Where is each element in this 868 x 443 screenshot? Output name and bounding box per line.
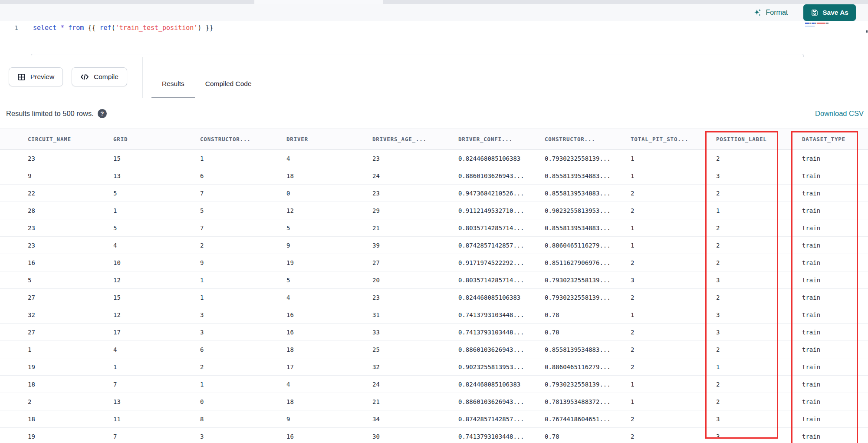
sql-editor[interactable]: 1 select * from {{ ref('train_test_posit…: [0, 21, 868, 57]
table-cell: 6: [200, 172, 286, 179]
table-cell: 1: [200, 155, 286, 162]
sparkles-icon: [753, 8, 762, 17]
table-cell: 0.7930232558139...: [545, 381, 631, 388]
download-csv-link[interactable]: Download CSV: [815, 109, 864, 118]
editor-scroll-ruler[interactable]: [866, 21, 866, 50]
column-header-3: DRIVER: [286, 136, 372, 142]
table-cell: 1: [631, 311, 716, 318]
editor-minimap: [805, 23, 831, 30]
table-cell: 0: [286, 190, 372, 197]
table-cell: 12: [113, 311, 200, 318]
table-cell: 19: [28, 433, 113, 440]
table-cell: 0.7813953488372...: [545, 398, 631, 405]
table-cell: 1: [200, 294, 286, 301]
table-cell: 23: [28, 155, 113, 162]
table-cell: 33: [372, 329, 458, 336]
table-cell: 0.78: [545, 329, 631, 336]
table-cell: 5: [113, 190, 200, 197]
table-cell: 2: [631, 294, 716, 301]
table-cell: 31: [372, 311, 458, 318]
table-cell: 3: [200, 433, 286, 440]
table-cell: 13: [113, 398, 200, 405]
table-cell: 23: [28, 225, 113, 231]
table-cell: 4: [113, 346, 200, 353]
table-cell: 3: [200, 329, 286, 336]
table-cell: 1: [113, 364, 200, 370]
table-icon: [17, 73, 26, 81]
table-cell: 16: [286, 433, 372, 440]
table-cell: 1: [113, 207, 200, 214]
format-label: Format: [766, 9, 788, 17]
format-button[interactable]: Format: [753, 8, 788, 17]
code-token-plain: {{: [88, 24, 99, 32]
table-cell: 23: [372, 294, 458, 301]
column-header-6: CONSTRUCTOR...: [545, 136, 631, 142]
table-cell: 0.8558139534883...: [545, 225, 631, 231]
table-cell: 5: [286, 225, 372, 231]
preview-button[interactable]: Preview: [9, 67, 63, 86]
compile-button[interactable]: Compile: [72, 67, 127, 86]
table-cell: 0.8742857142857...: [458, 242, 545, 249]
compile-label: Compile: [94, 73, 118, 81]
table-cell: 1: [631, 398, 716, 405]
table-cell: 18: [286, 172, 372, 179]
table-cell: 0.824468085106383: [458, 381, 545, 388]
table-cell: 27: [28, 329, 113, 336]
table-cell: 0.824468085106383: [458, 155, 545, 162]
table-cell: 0.8035714285714...: [458, 277, 545, 284]
code-token-keyword: select: [33, 24, 60, 32]
table-cell: 7: [113, 433, 200, 440]
table-cell: 32: [372, 364, 458, 370]
table-cell: 39: [372, 242, 458, 249]
table-cell: 0.9023255813953...: [458, 364, 545, 370]
table-cell: 9: [286, 242, 372, 249]
active-browser-tab[interactable]: [254, 0, 383, 4]
results-limit-text: Results limited to 500 rows.: [6, 109, 94, 118]
table-cell: 0.7930232558139...: [545, 155, 631, 162]
table-cell: 0.7930232558139...: [545, 294, 631, 301]
column-header-4: DRIVERS_AGE_...: [372, 136, 458, 142]
tab-compiled-code-label: Compiled Code: [205, 80, 252, 88]
table-cell: 5: [113, 225, 200, 231]
column-header-5: DRIVER_CONFI...: [458, 136, 545, 142]
table-cell: 5: [286, 277, 372, 284]
column-header-7: TOTAL_PIT_STO...: [631, 136, 716, 142]
table-cell: 9: [28, 172, 113, 179]
table-cell: 29: [372, 207, 458, 214]
table-cell: 19: [286, 259, 372, 266]
table-cell: 3: [631, 277, 716, 284]
results-info-bar: Results limited to 500 rows. ? Download …: [0, 99, 868, 129]
table-cell: 15: [113, 294, 200, 301]
code-token-string: 'train_test_position': [115, 24, 198, 32]
save-as-button[interactable]: Save As: [803, 4, 856, 21]
table-cell: 0.8860103626943...: [458, 398, 545, 405]
browser-tab-strip: [0, 0, 868, 4]
table-cell: 0.8035714285714...: [458, 225, 545, 231]
tab-results[interactable]: Results: [151, 69, 195, 98]
table-cell: 18: [286, 398, 372, 405]
table-cell: 32: [28, 311, 113, 318]
code-token-plain: ): [197, 24, 201, 32]
table-cell: 0.8558139534883...: [545, 172, 631, 179]
table-cell: 4: [286, 381, 372, 388]
table-cell: 2: [631, 207, 716, 214]
code-line-1: 1 select * from {{ ref('train_test_posit…: [0, 23, 213, 32]
table-cell: 0.78: [545, 311, 631, 318]
table-cell: 1: [631, 172, 716, 179]
table-cell: 0.8860465116279...: [545, 242, 631, 249]
table-cell: 23: [28, 242, 113, 249]
table-cell: 10: [113, 259, 200, 266]
table-cell: 1: [631, 225, 716, 231]
code-token-function: ref: [100, 24, 112, 32]
table-cell: 2: [631, 329, 716, 336]
table-cell: 2: [631, 259, 716, 266]
table-cell: 2: [631, 433, 716, 440]
help-icon[interactable]: ?: [98, 109, 107, 118]
table-cell: 15: [113, 155, 200, 162]
table-cell: 0.824468085106383: [458, 294, 545, 301]
table-cell: 24: [372, 381, 458, 388]
table-cell: 1: [631, 155, 716, 162]
table-cell: 3: [200, 311, 286, 318]
tab-compiled-code[interactable]: Compiled Code: [195, 69, 262, 98]
action-bar: Preview Compile Results Compiled Code: [0, 57, 868, 98]
